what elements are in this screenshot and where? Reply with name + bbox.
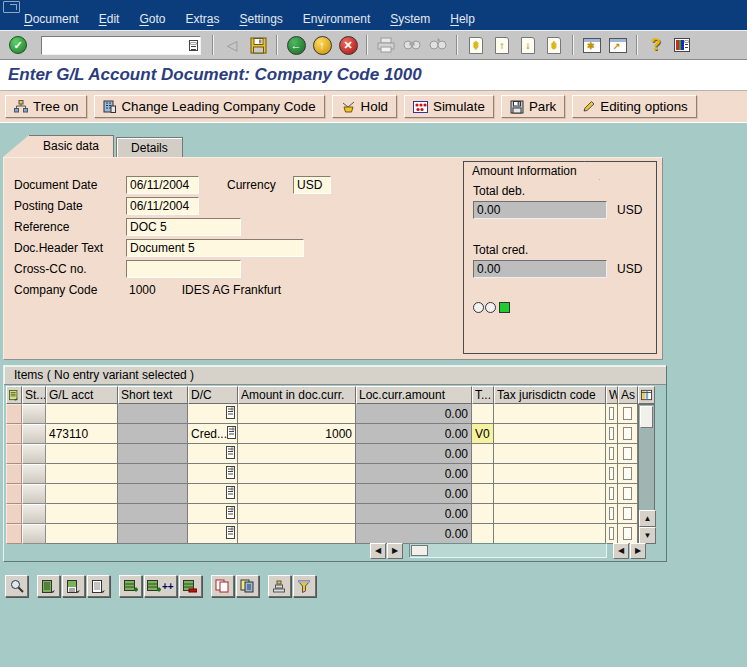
row-select-cell[interactable] [6,484,22,504]
tax-code-cell[interactable]: V0☜ [472,424,494,444]
insert-row-button[interactable] [119,575,142,597]
tax-code-cell[interactable] [472,504,494,524]
select-all-corner-button[interactable] [6,386,22,404]
dropdown-icon[interactable] [226,446,235,462]
new-session-button[interactable]: ✱ [579,33,605,57]
change-leading-company-code-button[interactable]: Change Leading Company Code [94,95,324,118]
gl-acct-cell[interactable] [46,524,118,544]
cancel-button[interactable]: ✕ [335,33,361,57]
column-header-as[interactable]: As [618,386,638,404]
tax-code-cell[interactable] [472,444,494,464]
tab-basic-data[interactable]: Basic data [29,135,114,157]
doc-header-text-field[interactable] [126,239,304,257]
w-cell[interactable] [606,504,618,524]
tax-jurisdiction-cell[interactable] [494,484,606,504]
tax-jurisdiction-cell[interactable] [494,464,606,484]
customize-layout-button[interactable] [669,33,695,57]
dropdown-icon[interactable] [226,486,235,502]
filter-button[interactable] [293,575,316,597]
amount-cell[interactable] [238,524,356,544]
select-all-button[interactable] [37,575,60,597]
vertical-scrollbar[interactable]: ▲ ▼ [638,404,655,544]
row-status-cell[interactable] [22,524,46,544]
as-cell[interactable] [618,444,638,464]
back-button[interactable]: ← [283,33,309,57]
dc-cell[interactable] [188,404,238,424]
scroll-right-button[interactable]: ▶ [387,543,403,559]
print-button[interactable] [373,33,399,57]
amount-cell[interactable] [238,504,356,524]
as-field[interactable] [623,527,632,540]
dropdown-icon[interactable] [226,526,235,542]
row-select-cell[interactable] [6,524,22,544]
column-header-w[interactable]: W [606,386,618,404]
row-select-cell[interactable] [6,424,22,444]
w-cell[interactable] [606,444,618,464]
currency-field[interactable] [293,176,331,194]
dropdown-icon[interactable] [226,506,235,522]
back-field-button[interactable]: ◁ [219,33,245,57]
amount-cell[interactable] [238,404,356,424]
table-config-button[interactable] [638,386,655,404]
gl-acct-cell[interactable] [46,404,118,424]
row-status-cell[interactable] [22,464,46,484]
amount-cell[interactable] [238,464,356,484]
sort-ascending-button[interactable] [268,575,291,597]
gl-acct-cell[interactable] [46,444,118,464]
dc-cell[interactable] [188,484,238,504]
column-header-st[interactable]: St... [22,386,46,404]
tax-code-cell[interactable] [472,524,494,544]
w-cell[interactable] [606,484,618,504]
row-status-cell[interactable] [22,424,46,444]
deselect-all-button[interactable] [87,575,110,597]
dropdown-icon[interactable] [227,426,236,442]
row-select-cell[interactable] [6,464,22,484]
tab-details[interactable]: Details [116,137,183,157]
w-field[interactable] [609,407,614,420]
save-button[interactable] [245,33,271,57]
dropdown-icon[interactable] [226,406,235,422]
column-header-tax[interactable]: T... [472,386,494,404]
reference-field[interactable] [126,218,241,236]
w-field[interactable] [609,487,614,500]
delete-row-button[interactable] [179,575,202,597]
w-cell[interactable] [606,424,618,444]
column-header-loc-curr[interactable]: Loc.curr.amount [356,386,472,404]
select-block-button[interactable] [62,575,85,597]
amount-cell[interactable] [238,484,356,504]
dc-cell[interactable] [188,464,238,484]
last-page-button[interactable]: ⇟ [541,33,567,57]
menu-system[interactable]: System [380,11,440,27]
exit-button[interactable]: ↑ [309,33,335,57]
choose-detail-button[interactable] [5,575,28,597]
horizontal-scrollbar-track[interactable] [409,543,607,558]
menu-environment[interactable]: Environment [293,11,380,27]
scroll-left-end-button[interactable]: ◀ [613,543,629,559]
as-cell[interactable] [618,464,638,484]
dc-cell[interactable]: Cred... [188,424,238,444]
as-field[interactable] [623,467,632,480]
gl-acct-cell[interactable] [46,484,118,504]
page-down-button[interactable]: ↓ [515,33,541,57]
scroll-up-button[interactable]: ▲ [639,510,656,527]
menu-document[interactable]: Document [14,11,89,27]
tax-jurisdiction-cell[interactable] [494,524,606,544]
amount-cell[interactable]: 1000 [238,424,356,444]
column-header-tax-jurisdiction[interactable]: Tax jurisdictn code [494,386,606,404]
w-field[interactable] [609,527,614,540]
hold-button[interactable]: Hold [332,95,397,118]
dc-cell[interactable] [188,504,238,524]
tax-code-cell[interactable] [472,484,494,504]
amount-cell[interactable] [238,444,356,464]
park-button[interactable]: Park [501,95,565,118]
as-field[interactable] [623,447,632,460]
as-cell[interactable] [618,424,638,444]
help-button[interactable]: ? [643,33,669,57]
page-up-button[interactable]: ↑ [489,33,515,57]
w-cell[interactable] [606,404,618,424]
column-header-dc[interactable]: D/C [188,386,238,404]
document-date-field[interactable] [126,176,199,194]
paste-row-button[interactable] [236,575,259,597]
tax-code-cell[interactable] [472,404,494,424]
command-input[interactable] [41,36,201,55]
